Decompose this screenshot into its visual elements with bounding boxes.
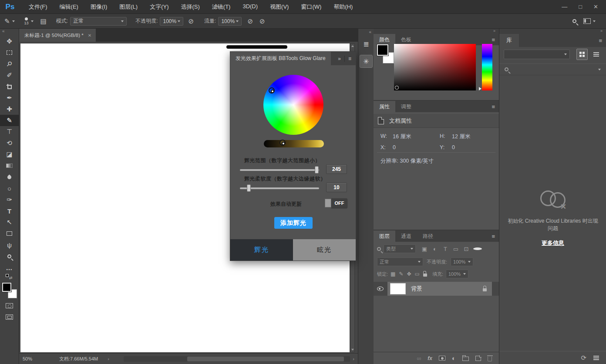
x-value[interactable]: 0 [393,144,396,150]
tab-glare[interactable]: 眩光 [293,239,356,260]
lasso-tool[interactable]: ⚲ [0,58,19,70]
panel-collapse-icon[interactable]: » [499,29,606,34]
foreground-color[interactable] [2,283,11,292]
path-selection-tool[interactable]: ↖ [0,217,19,228]
color-wheel-selector[interactable] [269,87,275,94]
quick-mask-button[interactable] [0,300,19,311]
tab-glow[interactable]: 辉光 [230,239,293,260]
hand-tool[interactable]: ψ [0,239,19,250]
menu-file[interactable]: 文件(F) [24,1,53,13]
brightness-gradient-slider[interactable] [264,140,324,147]
document-tab[interactable]: 未标题-1 @ 50%(RGB/8) * ✕ [19,29,96,42]
cc-sync-icon[interactable]: ⟳ [581,354,586,362]
eyedropper-tool[interactable]: ✒ [0,92,19,104]
lock-artboard-icon[interactable]: ▭ [415,271,420,277]
screen-mode-button[interactable] [0,311,19,323]
menu-3d[interactable]: 3D(D) [237,1,263,13]
quick-selection-tool[interactable]: ✐ [0,70,19,81]
tab-libraries[interactable]: 库 [499,34,519,47]
adjustment-layer-icon[interactable]: ◐ [452,354,456,362]
glow-softness-slider[interactable] [240,187,319,189]
marquee-tool[interactable] [0,47,19,58]
tab-channels[interactable]: 通道 [395,230,417,242]
new-layer-icon[interactable] [475,356,481,361]
color-wheel[interactable] [263,75,323,135]
gradient-slider-selector[interactable] [279,140,286,146]
foreground-swatch[interactable] [377,44,388,56]
saturation-brightness-field[interactable] [394,44,476,90]
menu-window[interactable]: 窗口(W) [296,1,327,13]
filter-smart-objects-icon[interactable]: ⊡ [462,246,471,252]
lock-pixels-icon[interactable]: ✎ [399,271,403,277]
more-info-link[interactable]: 更多信息 [542,239,564,247]
fg-bg-swatches[interactable] [377,44,396,64]
glow-range-thumb[interactable] [315,166,319,174]
scrollbar-thumb[interactable] [187,357,344,361]
menu-help[interactable]: 帮助(H) [328,1,358,13]
panel-menu-icon[interactable]: ≡ [599,34,606,47]
link-layers-icon[interactable]: ∞ [417,355,421,362]
layer-filter-select[interactable]: 类型 [384,244,416,253]
library-list-icon[interactable] [593,356,599,360]
color-swatches[interactable] [2,283,17,298]
move-tool[interactable]: ✥ [0,36,19,47]
menu-view[interactable]: 视图(V) [265,1,294,13]
library-select[interactable] [504,50,570,59]
panel-menu-icon[interactable]: ≡ [492,230,499,242]
add-mask-icon[interactable] [439,356,445,361]
glow-softness-value[interactable]: 10 [326,183,347,192]
zoom-level[interactable]: 50% [19,356,42,361]
width-value[interactable]: 16 厘米 [393,133,411,140]
height-value[interactable]: 12 厘米 [452,133,470,140]
menu-select[interactable]: 选择(S) [175,1,205,13]
menu-image[interactable]: 图像(I) [85,1,112,13]
tablet-pressure-opacity-icon[interactable]: ⊘ [188,17,194,25]
horizontal-scrollbar[interactable] [124,356,350,362]
blend-mode-select[interactable]: 正常 [70,17,127,26]
layer-thumbnail[interactable] [390,283,406,294]
menu-type[interactable]: 文字(Y) [145,1,174,13]
hue-slider-marker[interactable] [479,87,481,90]
layer-selected-area[interactable]: 背景 [387,282,492,296]
list-view-button[interactable] [590,49,602,60]
color-field-selector[interactable] [395,86,399,90]
history-brush-tool[interactable]: ⟲ [0,137,19,149]
dodge-tool[interactable]: ○ [0,183,19,194]
minimize-button[interactable]: — [562,3,567,10]
delete-layer-icon[interactable] [488,357,492,361]
tool-preset-picker[interactable]: ✎ [4,17,15,25]
glow-softness-thumb[interactable] [247,184,251,192]
layer-name[interactable]: 背景 [411,285,422,293]
toolbar-collapse-icon[interactable]: « [0,29,5,36]
auto-update-toggle[interactable] [325,199,331,207]
default-swap-colors[interactable]: ⇄ [0,273,19,281]
layer-fill-select[interactable]: 100% [446,270,468,278]
status-arrow-icon[interactable]: › [108,356,109,361]
tab-paths[interactable]: 路径 [417,230,439,242]
filter-adjustment-layers-icon[interactable]: ◐ [431,246,439,252]
type-tool[interactable]: T [0,205,19,217]
brush-tool[interactable]: ✎ [0,115,19,126]
layer-opacity-select[interactable]: 100% [451,257,473,266]
panel-menu-icon[interactable]: ≡ [492,34,499,45]
library-search-row[interactable] [499,63,606,75]
flow-select[interactable]: 100% [218,17,242,26]
lock-transparency-icon[interactable]: ▦ [391,271,395,277]
layer-style-icon[interactable]: fx [428,355,432,361]
scroll-right-icon[interactable]: › [353,356,354,361]
brush-preset-picker[interactable]: 13 [24,17,34,25]
workspace-switcher[interactable] [583,18,596,24]
opacity-select[interactable]: 100% [160,17,183,26]
glow-range-value[interactable]: 245 [326,164,347,174]
scroll-down-icon[interactable] [351,349,354,351]
layer-row-background[interactable]: 背景 [374,282,499,296]
panel-collapse-icon[interactable]: » [338,56,341,62]
filter-pixel-layers-icon[interactable]: ▣ [420,246,429,252]
filter-type-layers-icon[interactable]: T [441,246,450,252]
glow-range-slider[interactable] [240,169,319,171]
menu-filter[interactable]: 滤镜(T) [207,1,236,13]
airbrush-icon[interactable]: ⊘ [247,17,253,25]
collapsed-panel-icon[interactable]: ≣ [360,37,373,50]
hue-slider[interactable] [482,44,492,90]
grid-view-button[interactable] [576,49,588,60]
